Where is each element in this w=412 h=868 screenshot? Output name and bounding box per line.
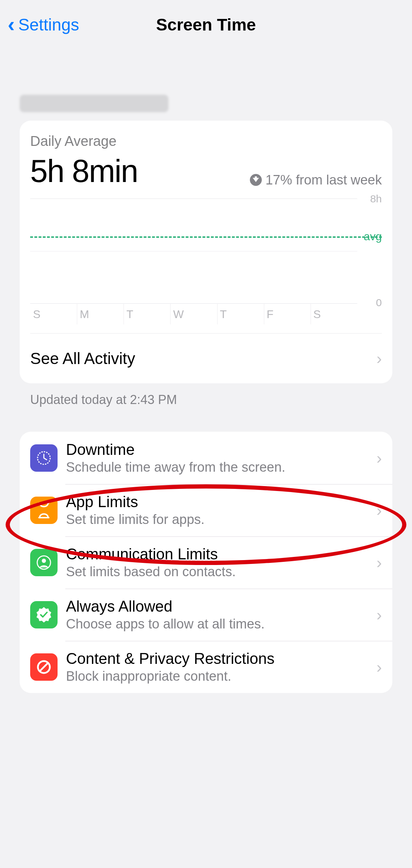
x-axis-label: F [264,304,311,325]
back-button[interactable]: ‹ Settings [8,14,79,35]
option-content-privacy[interactable]: Content & Privacy Restrictions Block ina… [20,641,392,693]
option-title: Content & Privacy Restrictions [66,650,377,667]
no-sign-icon [30,653,58,681]
see-all-activity-label: See All Activity [30,349,135,368]
chevron-right-icon: › [377,501,382,520]
x-axis-label: T [124,304,170,325]
option-subtitle: Schedule time away from the screen. [66,460,377,475]
back-label: Settings [18,15,79,34]
nav-bar: ‹ Settings Screen Time [0,0,412,46]
chevron-right-icon: › [377,605,382,624]
delta-from-last-week: 17% from last week [250,173,382,188]
x-axis-label: W [170,304,217,325]
option-title: App Limits [66,493,377,511]
option-subtitle: Choose apps to allow at all times. [66,617,377,632]
arrow-down-circle-icon [250,174,262,186]
option-subtitle: Set limits based on contacts. [66,564,377,579]
option-title: Downtime [66,441,377,458]
option-communication-limits[interactable]: Communication Limits Set limits based on… [20,536,392,588]
option-app-limits[interactable]: App Limits Set time limits for apps. › [20,484,392,536]
option-title: Communication Limits [66,545,377,563]
chevron-right-icon: › [377,449,382,467]
chevron-right-icon: › [377,553,382,572]
downtime-icon [30,444,58,472]
checkmark-seal-icon [30,601,58,628]
updated-timestamp: Updated today at 2:43 PM [0,383,412,407]
y-axis-bottom-label: 0 [376,297,382,309]
see-all-activity-row[interactable]: See All Activity › [30,333,382,383]
daily-average-label: Daily Average [30,133,382,149]
x-axis-label: S [311,304,357,325]
x-axis-label: S [30,304,77,325]
person-circle-icon [30,549,58,576]
svg-line-4 [40,663,48,671]
x-axis-label: M [77,304,124,325]
option-title: Always Allowed [66,598,377,615]
option-downtime[interactable]: Downtime Schedule time away from the scr… [20,432,392,484]
option-always-allowed[interactable]: Always Allowed Choose apps to allow at a… [20,588,392,641]
section-header: DEVICE NAME HEADER [0,46,412,121]
chevron-left-icon: ‹ [8,14,15,35]
average-line-label: avg [364,230,382,243]
hourglass-icon [30,497,58,524]
svg-point-2 [42,559,46,563]
option-subtitle: Set time limits for apps. [66,512,377,527]
usage-bar-chart: 8h avg 0 SMTWTFS [30,199,382,325]
options-list: Downtime Schedule time away from the scr… [20,432,392,693]
daily-average-value: 5h 8min [30,153,138,189]
chevron-right-icon: › [377,349,382,368]
option-subtitle: Block inappropriate content. [66,669,377,684]
page-title: Screen Time [156,15,256,34]
x-axis-label: T [217,304,264,325]
y-axis-top-label: 8h [370,193,382,205]
device-name-redacted: DEVICE NAME HEADER [20,95,168,112]
usage-summary-card: Daily Average 5h 8min 17% from last week… [20,121,392,383]
chevron-right-icon: › [377,658,382,677]
delta-text: 17% from last week [265,173,382,188]
